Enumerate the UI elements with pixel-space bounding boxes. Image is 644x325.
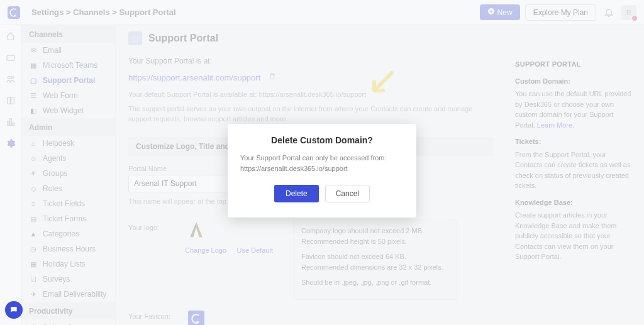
modal-cancel-button[interactable]: Cancel [325,185,370,202]
modal-text: Your Support Portal can only be accessed… [240,153,404,174]
modal-title: Delete Custom Domain? [240,135,404,145]
chat-fab-button[interactable] [5,301,23,319]
modal-text-line1: Your Support Portal can only be accessed… [240,154,387,162]
delete-domain-modal: Delete Custom Domain? Your Support Porta… [228,124,416,218]
modal-delete-button[interactable]: Delete [274,185,319,202]
modal-text-line2: https://arsenalit.desk365.io/support [240,165,348,172]
